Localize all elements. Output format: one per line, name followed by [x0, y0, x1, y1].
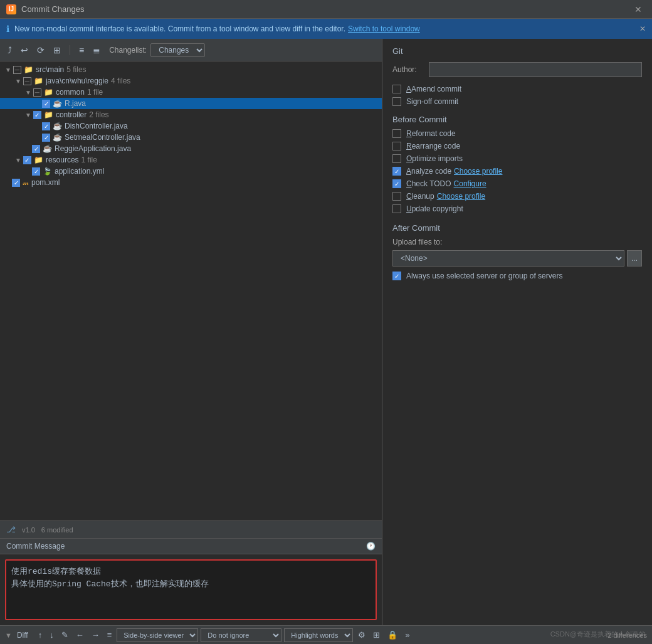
rearrange-row[interactable]: Rearrange code — [392, 142, 642, 150]
author-input[interactable] — [429, 62, 642, 77]
tree-item-dishcontroller[interactable]: ▶ ✓ ☕ DishController.java — [0, 120, 382, 132]
upload-dropdown[interactable]: <None> — [392, 250, 624, 267]
refresh-btn[interactable]: ⟳ — [34, 44, 47, 56]
checktodo-row[interactable]: ✓ Check TODO Configure — [392, 179, 642, 188]
signoff-commit-row[interactable]: Sign-off commit — [392, 97, 642, 106]
diff-panel-btn[interactable]: ⊞ — [371, 629, 382, 641]
checkbox-controller[interactable]: ✓ — [33, 111, 41, 119]
checkbox-resources[interactable]: ✓ — [23, 156, 31, 164]
tree-item-srcmain[interactable]: ▼ ─ 📁 src\main 5 files — [0, 64, 382, 75]
reformat-row[interactable]: Reformat code — [392, 129, 642, 138]
main-layout: ⤴ ↩ ⟳ ⊞ ≡ ≣ Changelist: Changes ▼ ─ 📁 sr… — [0, 39, 652, 625]
move-to-changelist-btn[interactable]: ⤴ — [5, 44, 14, 56]
label-setmealcontroller: SetmealController.java — [65, 133, 140, 142]
diff-lock-btn[interactable]: 🔒 — [385, 629, 400, 641]
switch-to-tool-window-link[interactable]: Switch to tool window — [348, 24, 420, 33]
analyze-choose-profile-link[interactable]: Choose profile — [454, 167, 502, 176]
always-label: Always use selected server or group of s… — [406, 272, 562, 280]
tree-item-pomxml[interactable]: ▶ ✓ 𝓂 pom.xml — [0, 177, 382, 188]
tree-item-setmealcontroller[interactable]: ▶ ✓ ☕ SetmealController.java — [0, 132, 382, 143]
amend-commit-row[interactable]: AAmend commit — [392, 85, 642, 93]
commit-message-body: 使用redis缓存套餐数据 具体使用的Spring Cache技术，也即注解实现… — [0, 554, 382, 625]
amend-commit-checkbox[interactable] — [392, 85, 401, 93]
checkbox-srcmain[interactable]: ─ — [13, 66, 21, 74]
diff-more-btn[interactable]: » — [402, 629, 412, 641]
info-bar-close[interactable]: ✕ — [639, 24, 646, 33]
tree-item-rjava[interactable]: ▶ ✓ ☕ R.java — [0, 98, 382, 109]
diff-ignore-dropdown[interactable]: Do not ignore Ignore whitespaces — [201, 628, 281, 642]
diff-collapse-arrow[interactable]: ▼ — [5, 631, 12, 639]
analyze-row[interactable]: ✓ Analyze code Choose profile — [392, 167, 642, 176]
checkbox-dishcontroller[interactable]: ✓ — [42, 122, 50, 130]
checktodo-configure-link[interactable]: Configure — [454, 179, 486, 188]
status-bar: ⎇ v1.0 6 modified — [0, 520, 382, 538]
reformat-checkbox[interactable] — [392, 129, 401, 138]
checkbox-pomxml[interactable]: ✓ — [12, 179, 20, 187]
label-applicationyml: application.yml — [55, 167, 104, 176]
label-dishcontroller: DishController.java — [65, 122, 128, 130]
folder-icon-controller: 📁 — [44, 110, 53, 119]
always-row[interactable]: ✓ Always use selected server or group of… — [392, 272, 642, 280]
checkbox-setmealcontroller[interactable]: ✓ — [42, 134, 50, 142]
group-btn[interactable]: ⊞ — [51, 44, 63, 56]
expand-all-btn[interactable]: ≡ — [76, 44, 87, 56]
folder-icon-resources: 📁 — [34, 156, 43, 164]
upload-more-btn[interactable]: ... — [627, 250, 642, 267]
count-srcmain: 5 files — [66, 65, 86, 74]
analyze-checkbox[interactable]: ✓ — [392, 167, 401, 176]
commit-message-header: Commit Message 🕐 — [0, 539, 382, 554]
checkbox-rjava[interactable]: ✓ — [42, 100, 50, 108]
label-reggieapp: ReggieApplication.java — [55, 144, 131, 153]
diff-up-btn[interactable]: ↑ — [36, 629, 45, 641]
checkbox-reggieapp[interactable]: ✓ — [32, 145, 40, 153]
arrow-controller: ▼ — [25, 112, 31, 119]
label-rjava: R.java — [65, 99, 86, 108]
cleanup-choose-profile-link[interactable]: Choose profile — [437, 192, 485, 201]
tree-item-resources[interactable]: ▼ ✓ 📁 resources 1 file — [0, 154, 382, 166]
checkbox-common[interactable]: ─ — [33, 88, 41, 97]
cleanup-checkbox[interactable] — [392, 192, 401, 201]
xml-icon-pomxml: 𝓂 — [23, 178, 29, 187]
commit-message-wrapper: 使用redis缓存套餐数据 具体使用的Spring Cache技术，也即注解实现… — [5, 559, 377, 620]
divider1 — [70, 45, 70, 55]
tree-item-reggie[interactable]: ▼ ─ 📁 java\cn\whu\reggie 4 files — [0, 75, 382, 87]
optimize-checkbox[interactable] — [392, 154, 401, 163]
checkbox-applicationyml[interactable]: ✓ — [32, 167, 40, 176]
after-commit-title: After Commit — [392, 223, 642, 233]
yaml-icon-applicationyml: 🍃 — [43, 167, 52, 176]
copyright-row[interactable]: Update copyright — [392, 204, 642, 213]
tree-item-common[interactable]: ▼ ─ 📁 common 1 file — [0, 87, 382, 98]
reformat-label: Reformat code — [406, 129, 456, 138]
changelist-label: Changelist: — [109, 46, 147, 55]
close-button[interactable]: ✕ — [631, 3, 646, 16]
diff-edit-btn[interactable]: ✎ — [59, 629, 71, 641]
collapse-all-btn[interactable]: ≣ — [90, 44, 103, 56]
commit-message-section: Commit Message 🕐 使用redis缓存套餐数据 具体使用的Spri… — [0, 538, 382, 625]
diff-down-btn[interactable]: ↓ — [47, 629, 56, 641]
cleanup-row[interactable]: Cleanup Choose profile — [392, 192, 642, 201]
arrow-reggie: ▼ — [15, 78, 21, 85]
rearrange-checkbox[interactable] — [392, 142, 401, 150]
before-commit-title: Before Commit — [392, 115, 642, 124]
tree-item-applicationyml[interactable]: ▶ ✓ 🍃 application.yml — [0, 166, 382, 177]
label-common: common — [56, 88, 85, 97]
diff-list-btn[interactable]: ≡ — [105, 629, 115, 641]
java-icon-reggieapp: ☕ — [43, 144, 52, 153]
diff-viewer-dropdown[interactable]: Side-by-side viewer Unified viewer — [117, 628, 198, 642]
diff-prev-btn[interactable]: ← — [73, 629, 87, 641]
diff-highlight-dropdown[interactable]: Highlight words Highlight chars No highl… — [284, 628, 353, 642]
signoff-commit-checkbox[interactable] — [392, 97, 401, 106]
tree-item-controller[interactable]: ▼ ✓ 📁 controller 2 files — [0, 109, 382, 120]
copyright-checkbox[interactable] — [392, 204, 401, 213]
changelist-dropdown[interactable]: Changes — [150, 43, 205, 57]
rollback-btn[interactable]: ↩ — [18, 44, 31, 56]
diff-settings-btn[interactable]: ⚙ — [355, 629, 368, 641]
optimize-row[interactable]: Optimize imports — [392, 154, 642, 163]
checkbox-reggie[interactable]: ─ — [23, 77, 31, 85]
commit-message-input[interactable]: 使用redis缓存套餐数据 具体使用的Spring Cache技术，也即注解实现… — [6, 561, 376, 617]
always-checkbox[interactable]: ✓ — [392, 272, 401, 280]
diff-header: ▼ Diff ↑ ↓ ✎ ← → ≡ Side-by-side viewer U… — [0, 626, 652, 644]
checktodo-checkbox[interactable]: ✓ — [392, 179, 401, 188]
tree-item-reggieapp[interactable]: ▶ ✓ ☕ ReggieApplication.java — [0, 143, 382, 154]
diff-next-btn[interactable]: → — [89, 629, 102, 641]
